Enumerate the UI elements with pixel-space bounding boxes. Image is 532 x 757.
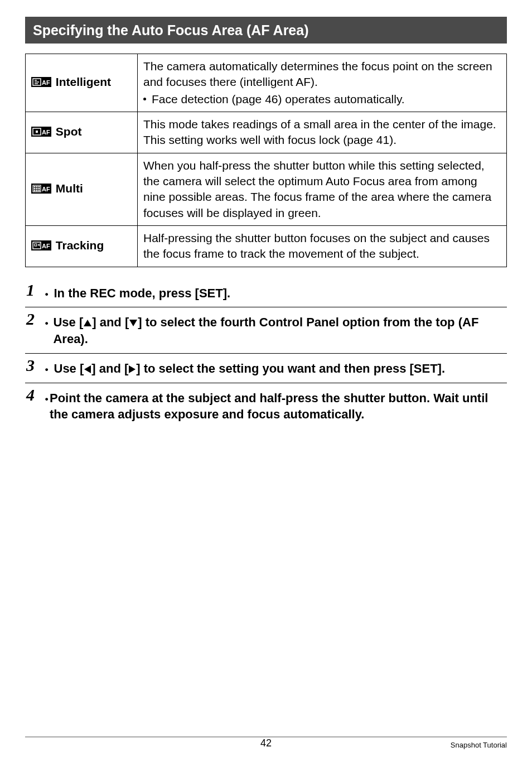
row-multi-desc: When you half-press the shutter button w… <box>138 153 507 225</box>
af-area-table: AF Intelligent The camera automatically … <box>25 54 507 267</box>
svg-rect-18 <box>34 190 36 192</box>
bullet-icon <box>143 98 146 100</box>
table-row: AF Spot This mode takes readings of a sm… <box>26 112 507 153</box>
page-number: 42 <box>25 737 507 749</box>
svg-rect-20 <box>38 190 40 192</box>
row-intelligent-bullet-text: Face detection (page 46) operates automa… <box>152 91 405 107</box>
table-row: AF Intelligent The camera automatically … <box>26 54 507 112</box>
down-arrow-icon <box>129 319 138 327</box>
tracking-af-icon: AF <box>31 239 51 254</box>
step-1-text: In the REC mode, press [SET]. <box>54 282 231 302</box>
row-intelligent-desc-line: The camera automatically determines the … <box>143 59 501 90</box>
row-spot-label-text: Spot <box>52 125 82 138</box>
divider <box>25 383 507 383</box>
row-intelligent-desc: The camera automatically determines the … <box>138 54 507 112</box>
svg-rect-13 <box>36 186 38 188</box>
multi-af-icon: AF <box>31 182 51 197</box>
svg-rect-19 <box>36 190 38 192</box>
table-row: AF Tracking Half-pressing the shutter bu… <box>26 226 507 267</box>
up-arrow-icon <box>83 319 92 327</box>
svg-rect-16 <box>36 188 38 190</box>
row-spot-desc: This mode takes readings of a small area… <box>138 112 507 153</box>
step-1-num: 1. <box>25 282 54 298</box>
row-spot-desc-line: This mode takes readings of a small area… <box>143 118 496 146</box>
page-root: Specifying the Auto Focus Area (AF Area)… <box>0 0 532 757</box>
left-arrow-icon <box>84 365 91 374</box>
right-arrow-icon <box>128 365 136 374</box>
step-3-num: 3. <box>25 357 54 374</box>
row-tracking-label: AF Tracking <box>26 226 138 267</box>
svg-marker-27 <box>84 320 91 326</box>
row-intelligent-bullet: Face detection (page 46) operates automa… <box>143 91 501 107</box>
step-1: 1. In the REC mode, press [SET]. <box>25 282 507 302</box>
step-3-text: Use [] and [] to select the setting you … <box>54 357 446 377</box>
svg-marker-28 <box>129 320 137 326</box>
row-multi-label-text: Multi <box>52 182 83 195</box>
svg-marker-30 <box>129 365 136 373</box>
svg-text:AF: AF <box>42 186 50 192</box>
row-tracking-desc: Half-pressing the shutter button focuses… <box>138 226 507 267</box>
divider <box>25 353 507 354</box>
row-intelligent-label-text: Intelligent <box>52 75 111 88</box>
section-heading: Specifying the Auto Focus Area (AF Area) <box>25 17 507 44</box>
spot-af-icon: AF <box>31 125 51 141</box>
svg-rect-15 <box>34 188 36 190</box>
table-row: AF Multi When you half-press the shutter… <box>26 153 507 225</box>
svg-rect-12 <box>34 186 36 188</box>
svg-rect-14 <box>38 186 40 188</box>
step-4-num: 4. <box>25 387 50 403</box>
page-footer: 42 Snapshot Tutorial <box>25 736 507 749</box>
step-2-num: 2. <box>25 311 53 327</box>
row-multi-desc-line: When you half-press the shutter button w… <box>143 159 491 219</box>
svg-rect-8 <box>36 131 38 133</box>
svg-text:AF: AF <box>42 243 50 249</box>
row-tracking-label-text: Tracking <box>52 239 104 252</box>
row-spot-label: AF Spot <box>26 112 138 153</box>
svg-text:AF: AF <box>42 129 50 136</box>
step-2: 2. Use [] and [] to select the fourth Co… <box>25 311 507 347</box>
step-3: 3. Use [] and [] to select the setting y… <box>25 357 507 377</box>
intelligent-af-icon: AF <box>31 75 51 91</box>
svg-rect-17 <box>38 188 40 190</box>
row-intelligent-label: AF Intelligent <box>26 54 138 112</box>
step-4: 4. Point the camera at the subject and h… <box>25 387 507 423</box>
step-4-text: Point the camera at the subject and half… <box>50 387 507 423</box>
row-multi-label: AF Multi <box>26 153 138 225</box>
row-tracking-desc-line: Half-pressing the shutter button focuses… <box>143 232 490 260</box>
divider <box>25 307 507 307</box>
svg-text:AF: AF <box>42 79 50 86</box>
svg-marker-29 <box>84 365 91 373</box>
step-2-text: Use [] and [] to select the fourth Contr… <box>53 311 507 347</box>
